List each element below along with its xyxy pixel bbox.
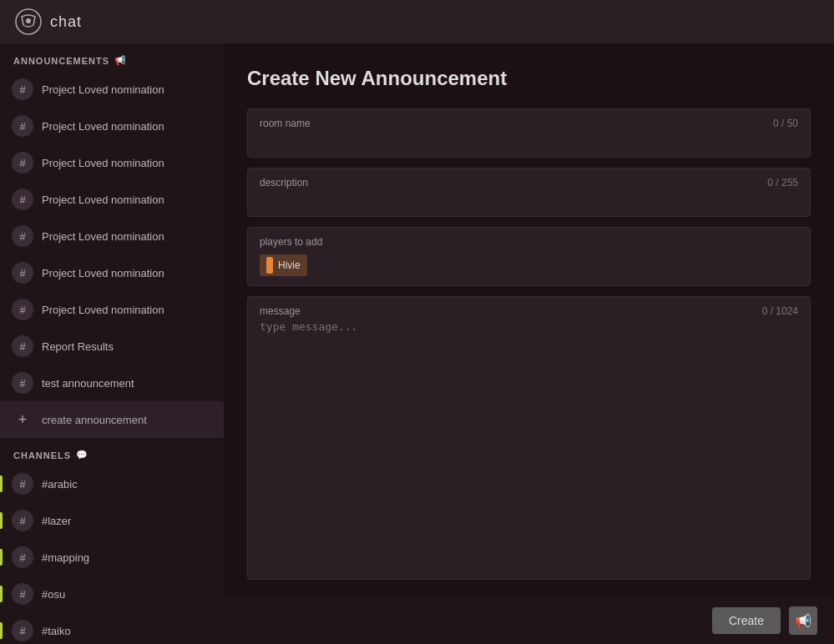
description-field: description 0 / 255 <box>247 168 811 217</box>
chat-bubble-icon: 💬 <box>76 450 88 460</box>
hash-icon: # <box>12 546 33 568</box>
list-item[interactable]: # Project Loved nomination <box>0 181 224 218</box>
message-field: message 0 / 1024 <box>247 296 811 580</box>
sidebar-item-label: Project Loved nomination <box>42 304 164 316</box>
list-item[interactable]: # #lazer <box>0 502 224 539</box>
main-layout: ANNOUNCEMENTS 📢 # Project Loved nominati… <box>0 43 834 644</box>
channel-item-label: #taiko <box>42 625 71 637</box>
chat-logo-icon <box>15 8 42 35</box>
channel-item-label: #arabic <box>42 478 78 491</box>
sidebar-item-label: Report Results <box>42 340 114 353</box>
list-item[interactable]: # #arabic <box>0 465 224 502</box>
megaphone-button[interactable]: 📢 <box>789 606 817 635</box>
hash-icon: # <box>12 510 33 531</box>
plus-icon: + <box>12 409 33 430</box>
bottom-bar: Create 📢 <box>224 597 834 644</box>
hash-icon: # <box>12 335 33 357</box>
hash-icon: # <box>12 620 33 641</box>
description-counter: 0 / 255 <box>767 177 798 189</box>
room-name-label: room name <box>260 118 311 129</box>
list-item[interactable]: # Project Loved nomination <box>0 254 224 291</box>
player-name: Hivie <box>278 259 301 271</box>
channel-item-label: #lazer <box>42 515 71 527</box>
sidebar-item-label: Project Loved nomination <box>42 267 164 279</box>
room-name-input[interactable] <box>260 133 798 148</box>
sidebar-item-label: Project Loved nomination <box>42 230 164 243</box>
description-label: description <box>260 177 308 189</box>
app-title: chat <box>50 13 82 31</box>
hash-icon: # <box>12 262 33 284</box>
sidebar: ANNOUNCEMENTS 📢 # Project Loved nominati… <box>0 43 224 644</box>
players-label: players to add <box>260 236 798 248</box>
list-item[interactable]: # #taiko <box>0 612 224 644</box>
hash-icon: # <box>12 152 33 174</box>
list-item[interactable]: # test announcement <box>0 365 224 401</box>
sidebar-item-label: Project Loved nomination <box>42 83 164 96</box>
list-item[interactable]: # #mapping <box>0 539 224 576</box>
list-item[interactable]: # Report Results <box>0 328 224 365</box>
svg-point-1 <box>26 18 31 23</box>
hash-icon: # <box>12 473 33 495</box>
active-indicator <box>0 622 3 639</box>
room-name-counter: 0 / 50 <box>773 118 798 129</box>
content-area: Create New Announcement room name 0 / 50… <box>224 43 834 644</box>
hash-icon: # <box>12 583 33 605</box>
channels-section-header: CHANNELS 💬 <box>0 438 224 465</box>
announcements-section-header: ANNOUNCEMENTS 📢 <box>0 43 224 71</box>
list-item[interactable]: # #osu <box>0 576 224 612</box>
create-announcement-label: create announcement <box>42 414 147 426</box>
sidebar-item-label: test announcement <box>42 377 134 390</box>
megaphone-icon: 📢 <box>114 55 127 66</box>
list-item[interactable]: # Project Loved nomination <box>0 71 224 108</box>
create-button[interactable]: Create <box>712 607 781 634</box>
hash-icon: # <box>12 372 33 394</box>
page-title: Create New Announcement <box>247 67 811 90</box>
list-item[interactable]: # Project Loved nomination <box>0 144 224 181</box>
list-item[interactable]: # Project Loved nomination <box>0 108 224 144</box>
active-indicator <box>0 549 3 566</box>
hash-icon: # <box>12 299 33 320</box>
channel-item-label: #osu <box>42 588 65 601</box>
active-indicator <box>0 586 3 602</box>
list-item[interactable]: # Project Loved nomination <box>0 218 224 254</box>
topbar: chat <box>0 0 834 43</box>
list-item[interactable]: # Project Loved nomination <box>0 291 224 328</box>
megaphone-icon: 📢 <box>795 613 811 629</box>
hash-icon: # <box>12 78 33 100</box>
create-announcement-button[interactable]: + create announcement <box>0 401 224 438</box>
room-name-field: room name 0 / 50 <box>247 108 811 158</box>
sidebar-item-label: Project Loved nomination <box>42 194 164 206</box>
player-tag[interactable]: Hivie <box>260 254 307 276</box>
active-indicator <box>0 512 3 529</box>
sidebar-item-label: Project Loved nomination <box>42 157 164 169</box>
player-color-dot <box>266 257 273 274</box>
form-area: Create New Announcement room name 0 / 50… <box>224 43 834 597</box>
hash-icon: # <box>12 115 33 137</box>
sidebar-item-label: Project Loved nomination <box>42 120 164 133</box>
hash-icon: # <box>12 225 33 247</box>
description-input[interactable] <box>260 192 798 208</box>
message-counter: 0 / 1024 <box>762 305 798 317</box>
channel-item-label: #mapping <box>42 551 89 564</box>
message-input[interactable] <box>260 320 798 554</box>
active-indicator <box>0 475 3 492</box>
hash-icon: # <box>12 189 33 210</box>
message-label: message <box>260 305 301 317</box>
players-field: players to add Hivie <box>247 227 811 286</box>
